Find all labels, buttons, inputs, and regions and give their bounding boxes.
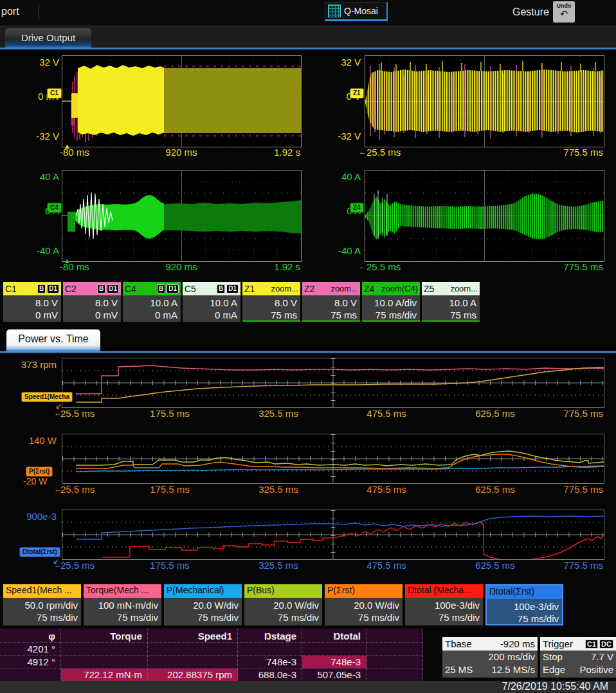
descriptor-z1[interactable]: Z1zoom... 8.0 V75 ms <box>242 282 300 322</box>
c4-ymax-label: 40 A <box>13 171 59 182</box>
scope-grid-c4[interactable] <box>62 170 302 262</box>
scope-grid-z1[interactable] <box>365 55 604 147</box>
col-header-eta-total: Ŋtotal <box>302 629 367 643</box>
bandwidth-badge: B <box>97 284 105 293</box>
gesture-label[interactable]: Gesture <box>512 6 549 18</box>
undo-arrow-icon: ↶ <box>553 9 575 19</box>
descriptor-z5-time: 75 ms <box>422 309 476 321</box>
descriptor-speed1[interactable]: Speed1(Mech ... 50.0 rpm/div75 ms/div <box>3 584 81 625</box>
trigger-level-marker-c1[interactable]: ◁ <box>292 84 297 91</box>
strip-grid-speed[interactable] <box>62 358 604 408</box>
descriptor-p-rst-time: 75 ms/div <box>325 611 399 624</box>
power-x5: 775.5 ms <box>552 484 603 495</box>
speed-x0: 25.5 ms <box>60 408 95 419</box>
descriptor-eta-rst-scale: 100e-3/div <box>487 600 559 613</box>
descriptor-c4-offset: 0 mA <box>123 309 177 321</box>
tabbar-underline <box>0 48 616 50</box>
tab-drive-output[interactable]: Drive Output <box>5 28 91 48</box>
eff-x0: 25.5 ms <box>60 560 95 571</box>
descriptor-z2-sub: zoom... <box>331 284 358 293</box>
z1-x0-label: 25.5 ms <box>367 147 401 158</box>
datetime-label: 7/26/2019 10:55:40 AM <box>502 681 608 692</box>
c1-x1-label: 920 ms <box>156 147 207 158</box>
qmosaic-button[interactable]: Q-Mosai <box>325 2 388 21</box>
row2-phi: 4912 ° <box>0 656 61 669</box>
timebase-rate: 12.5 MS/s <box>491 663 535 676</box>
timebase-scale: 200 ms/div <box>488 651 535 663</box>
descriptor-p-bus-scale: 20.0 W/div <box>244 599 319 611</box>
descriptor-eta-rst[interactable]: Ŋtotal(Σrst) 100e-3/div75 ms/div <box>485 584 563 625</box>
strip-grid-power[interactable] <box>62 434 604 484</box>
power-x1: 175.5 ms <box>144 484 195 495</box>
descriptor-z2[interactable]: Z2zoom... 8.0 V75 ms <box>302 282 360 322</box>
row3-phi <box>0 669 61 681</box>
col-header-speed1: Speed1 <box>148 629 238 643</box>
descriptor-c4[interactable]: C4BD1 10.0 A0 mA <box>123 282 181 322</box>
descriptor-torque[interactable]: Torque(Mech ... 100 mN·m/div75 ms/div <box>84 584 161 625</box>
trigger-position-marker-c1[interactable]: ▲ <box>64 143 71 150</box>
row1-blank <box>367 643 423 656</box>
mosaic-grid-icon <box>328 5 341 17</box>
bandwidth-badge: B <box>217 284 225 293</box>
speed-x2: 325.5 ms <box>253 408 304 419</box>
timebase-box[interactable]: Tbase -920 ms 200 ms/div 25 MS12.5 MS/s <box>442 637 538 678</box>
power-ymax-label: 140 W <box>5 435 57 446</box>
descriptor-z1-scale: 8.0 V <box>242 297 297 309</box>
row3-eta-stage: 688.0e-3 <box>238 669 302 681</box>
descriptor-c1[interactable]: C1BD1 8.0 V0 mV <box>3 282 61 322</box>
trigger-level: 7.7 V <box>591 651 613 663</box>
descriptor-z5[interactable]: Z5zoom... 10.0 A75 ms <box>422 282 480 322</box>
descriptor-z2-time: 75 ms <box>302 309 357 321</box>
tab-power-vs-time[interactable]: Power vs. Time <box>6 329 100 351</box>
row2-torque <box>61 656 148 669</box>
scope-grid-c1[interactable] <box>62 55 302 147</box>
descriptor-c5-offset: 0 mA <box>183 309 237 321</box>
c1-channel-tag[interactable]: C1 <box>47 88 62 98</box>
descriptor-eta-mechanical[interactable]: Ŋtotal (Mecha... 100e-3/div75 ms/div <box>405 584 483 625</box>
digital-badge: D1 <box>167 284 179 293</box>
descriptor-z1-name: Z1 <box>244 284 255 294</box>
z1-ymax-label: 32 V <box>314 57 361 68</box>
descriptor-p-bus[interactable]: P(Bus) 20.0 W/div75 ms/div <box>244 584 322 625</box>
menu-item-report[interactable]: port <box>1 6 19 17</box>
speed-trace-tag[interactable]: Speed1(Mecha <box>21 392 73 402</box>
digital-badge: D1 <box>226 284 239 293</box>
descriptor-z5-sub: zoom... <box>450 284 478 293</box>
descriptor-torque-time: 75 ms/div <box>84 611 158 624</box>
trigger-box[interactable]: Trigger C1 DC Stop7.7 V EdgePositive <box>540 637 616 678</box>
power-trace-tag[interactable]: P(Σrst) <box>26 467 53 477</box>
c1-ymax-label: 32 V <box>13 57 59 68</box>
row3-blank <box>367 669 423 681</box>
scope-grid-z4[interactable] <box>365 170 604 262</box>
z4-channel-tag[interactable]: Z4 <box>350 203 364 213</box>
descriptor-z2-name: Z2 <box>304 284 314 294</box>
descriptor-c2[interactable]: C2BD1 8.0 V0 mV <box>63 282 121 322</box>
strip-grid-efficiency[interactable] <box>62 510 604 560</box>
z1-channel-tag[interactable]: Z1 <box>350 88 364 98</box>
speed-x1: 175.5 ms <box>144 408 195 419</box>
c4-channel-tag[interactable]: C4 <box>47 203 62 213</box>
descriptor-c4-name: C4 <box>125 284 136 294</box>
descriptor-z4[interactable]: Z4zoom(C4) 10.0 A/div75 ms/div <box>362 282 420 322</box>
trigger-mode: Stop <box>543 651 563 663</box>
descriptor-z5-scale: 10.0 A <box>422 297 476 309</box>
row2-eta-total: 748e-3 <box>302 656 367 669</box>
waveform-z1 <box>365 56 604 147</box>
eff-trace-tag[interactable]: Ŋtotal(Σrst) <box>19 547 60 557</box>
descriptor-p-rst[interactable]: P(Σrst) 20.0 W/div75 ms/div <box>325 584 403 625</box>
eff-x4: 625.5 ms <box>469 560 521 571</box>
descriptor-c5[interactable]: C5BD1 10.0 A0 mA <box>183 282 240 322</box>
trigger-position-marker-c4[interactable]: ▲ <box>64 257 71 264</box>
descriptor-c5-name: C5 <box>185 284 196 294</box>
digital-badge: D1 <box>47 284 59 293</box>
undo-button[interactable]: Undo ↶ <box>553 1 575 23</box>
row1-speed1 <box>148 643 238 656</box>
descriptor-c4-scale: 10.0 A <box>123 297 177 309</box>
descriptor-p-mechanical[interactable]: P(Mechanical) 20.0 W/div75 ms/div <box>164 584 242 625</box>
descriptor-z4-scale: 10.0 A/div <box>362 297 417 309</box>
z1-x1-label: 775.5 ms <box>552 147 603 158</box>
drive-tabbar <box>0 26 616 49</box>
descriptor-c5-scale: 10.0 A <box>183 297 237 309</box>
descriptor-c2-offset: 0 mV <box>63 309 118 321</box>
descriptor-c2-name: C2 <box>65 284 77 294</box>
